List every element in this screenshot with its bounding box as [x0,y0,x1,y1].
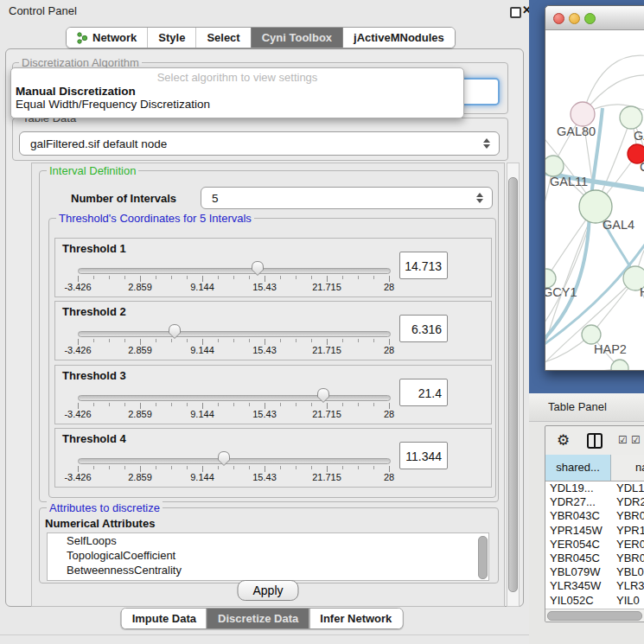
table-row[interactable]: YDL19... YDL1 [545,481,644,495]
tick-label: -3.426 [64,472,91,482]
cell-shared-name[interactable]: YDR27... [545,495,610,509]
checkbox-icon[interactable]: ☑ [631,434,641,446]
tick-label: 9.144 [190,409,214,419]
cell-shared-name[interactable]: YBR045C [545,552,610,565]
tab-select[interactable]: Select [195,28,250,48]
network-canvas[interactable]: GAL80GACGAL11GAL4GCY1HHAP2 [545,30,644,370]
major-tick [202,276,203,282]
cell-shared-name[interactable]: YBR043C [545,509,610,523]
list-item[interactable]: BetweennessCentrality [48,563,488,577]
column-header-name[interactable]: na [611,455,644,481]
threshold-value-field[interactable]: 21.4 [399,379,448,406]
table-header-row: shared... na [545,455,644,481]
cell-shared-name[interactable]: YIL052C [545,594,610,608]
major-tick [327,276,328,282]
slider-track[interactable] [78,331,391,337]
node-label: GAL80 [557,124,596,138]
float-window-icon[interactable] [510,7,521,18]
gear-icon[interactable]: ⚙ [557,431,570,450]
tab-style[interactable]: Style [147,28,195,48]
tick-label: 2.859 [128,409,152,419]
cell-shared-name[interactable]: YER054C [545,538,610,552]
table-row[interactable]: YBL079W YBL0 [545,565,644,579]
slider-knob[interactable] [217,450,232,467]
tab-jactivemnodules[interactable]: jActiveMNodules [342,28,455,48]
apply-button[interactable]: Apply [237,580,298,601]
network-node[interactable] [582,325,601,344]
panel-scrollbar-thumb[interactable] [508,177,518,592]
major-tick [265,339,265,345]
tab-infer-network[interactable]: Infer Network [309,609,402,628]
dropdown-option-equal-width[interactable]: Equal Width/Frequency Discretization [11,98,463,111]
list-item[interactable]: SelfLoops [48,533,488,548]
cell-shared-name[interactable]: YBL079W [545,565,610,579]
slider-track[interactable] [78,268,391,274]
threshold-value-field[interactable]: 14.713 [399,252,448,279]
slider-knob[interactable] [167,323,182,340]
cell-name[interactable]: YDR2 [610,495,644,509]
major-tick [78,339,79,345]
minimize-traffic-light[interactable] [569,13,580,24]
cell-shared-name[interactable]: YPR145W [545,524,610,538]
table-data-value: galFiltered.sif default node [30,137,167,150]
threshold-value-field[interactable]: 11.344 [399,442,448,469]
slider-track[interactable] [78,458,391,464]
table-data-combobox[interactable]: galFiltered.sif default node [19,131,500,156]
cell-shared-name[interactable]: YDL19... [545,481,610,495]
cell-name[interactable]: YIL0 [610,594,644,608]
checkbox-icon[interactable]: ☑ [618,434,628,446]
cell-name[interactable]: YPR1 [610,524,644,538]
table-row[interactable]: YER054C YER0 [545,538,644,552]
algorithm-dropdown-popup: Select algorithm to view settings Manual… [10,67,464,118]
network-view-window[interactable]: GAL80GACGAL11GAL4GCY1HHAP2 [545,5,644,371]
tick-marks-major [78,339,389,345]
network-node[interactable] [620,106,642,129]
number-of-intervals-combobox[interactable]: 5 [201,187,493,209]
network-window-titlebar[interactable] [545,6,644,30]
network-node[interactable] [571,102,595,126]
zoom-traffic-light[interactable] [584,13,596,24]
cell-name[interactable]: YER0 [610,538,644,552]
cell-name[interactable]: YBL0 [610,565,644,579]
table-row[interactable]: YDR27... YDR2 [545,495,644,509]
major-tick [265,276,265,282]
table-row[interactable]: YIL052C YIL0 [545,594,644,608]
tick-label: 9.144 [190,345,214,355]
slider-knob[interactable] [250,260,265,277]
table-row[interactable]: YPR145W YPR1 [545,524,644,538]
table-row[interactable]: YBR043C YBR0 [545,509,644,523]
list-item[interactable]: TopologicalCoefficient [48,548,488,563]
tab-network[interactable]: Network [67,28,147,48]
split-columns-icon[interactable] [587,433,603,449]
network-node[interactable] [545,156,564,176]
tab-cyni-toolbox[interactable]: Cyni Toolbox [251,28,342,48]
list-scrollbar-thumb[interactable] [478,536,488,579]
cell-name[interactable]: YLR3 [610,579,644,593]
tick-label: 21.715 [312,345,341,355]
close-traffic-light[interactable] [553,13,564,24]
node-label: GAL11 [550,175,588,188]
table-row[interactable]: YLR345W YLR3 [545,579,644,593]
table-row[interactable]: YBR045C YBR0 [545,552,644,565]
tab-label: Select [207,31,239,44]
major-tick [265,466,265,472]
column-header-shared-name[interactable]: shared... [545,455,611,481]
panel-scrollbar[interactable] [507,163,520,607]
tab-discretize-data[interactable]: Discretize Data [207,609,309,628]
thresholds-group-title: Threshold's Coordinates for 5 Intervals [56,212,254,225]
cell-name[interactable]: YBR0 [610,509,644,523]
slider: -3.4262.8599.14415.4321.71528 [78,249,389,296]
horizontal-scrollbar-thumb[interactable] [547,611,642,621]
slider-track[interactable] [78,395,391,401]
horizontal-scrollbar[interactable] [545,609,644,622]
slider: -3.4262.8599.14415.4321.71528 [78,312,389,360]
threshold-value-field[interactable]: 6.316 [399,315,448,342]
dropdown-option-manual[interactable]: Manual Discretization [11,85,463,98]
cell-name[interactable]: YDL1 [610,481,644,495]
tab-impute-data[interactable]: Impute Data [122,609,207,628]
slider-knob[interactable] [316,387,331,404]
major-tick [389,466,390,472]
cell-name[interactable]: YBR0 [610,552,644,565]
cell-shared-name[interactable]: YLR345W [545,579,610,593]
tick-label: -3.426 [64,345,91,355]
